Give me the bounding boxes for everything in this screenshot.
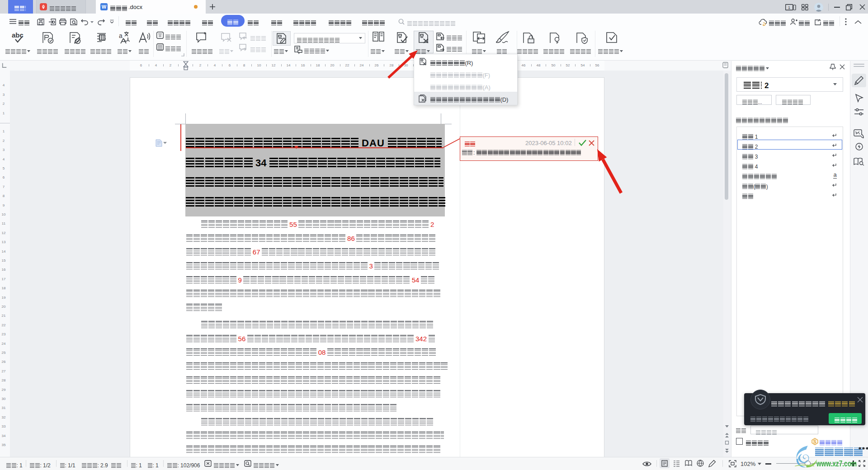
svg-text:S: S [813,439,816,444]
